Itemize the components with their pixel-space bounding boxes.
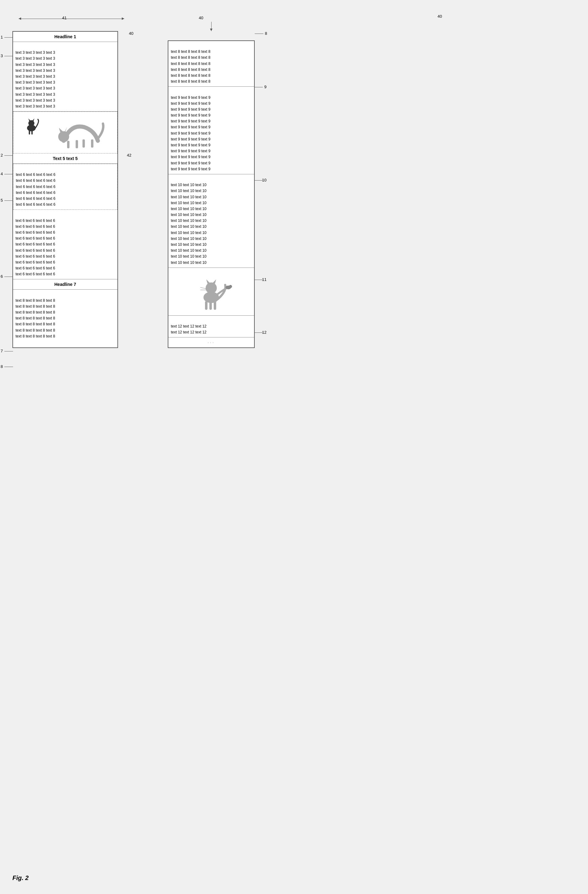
figure-label: Fig. 2 <box>12 874 29 882</box>
cat-image-right <box>168 268 254 316</box>
ref-label-5: 5 <box>1 198 3 202</box>
text10-section: text 10 text 10 text 10 text 10 text 10 … <box>168 174 254 268</box>
image-section <box>13 112 118 154</box>
ref-line-4 <box>5 174 13 174</box>
left-column: 1 Headline 1 3 text 3 text 3 text 3 text… <box>12 31 118 348</box>
text8-right: text 8 text 8 text 8 text 8 text 8 text … <box>168 41 254 87</box>
ref-label-4: 4 <box>1 172 3 176</box>
svg-marker-15 <box>206 279 210 284</box>
svg-rect-11 <box>83 139 85 148</box>
svg-marker-16 <box>213 279 216 284</box>
svg-rect-5 <box>32 130 33 134</box>
text6-lower: text 6 text 6 text 6 text 6 text 6 text … <box>13 210 118 279</box>
svg-rect-10 <box>76 140 78 148</box>
ref-line-3 <box>5 56 13 56</box>
ref-label-7: 7 <box>1 349 3 353</box>
svg-point-14 <box>206 282 217 294</box>
cats-image <box>14 112 113 152</box>
text6-upper-box: text 6 text 6 text 6 text 6 text 6 text … <box>13 164 118 210</box>
svg-point-1 <box>28 120 35 127</box>
ref-40-left: 40 <box>438 14 442 19</box>
ref-line-6 <box>5 276 13 277</box>
headline-7: Headline 7 <box>13 279 118 290</box>
dimension-label-41: 41 <box>62 15 66 20</box>
ref-line-1 <box>5 37 13 38</box>
ref-40-label: 40 <box>129 31 133 36</box>
ref-line-8-left <box>5 367 13 367</box>
text6-upper: text 6 text 6 text 6 text 6 text 6 text … <box>14 164 117 210</box>
cat-svg-right <box>183 271 239 311</box>
page-container: 41 40 1 Headline 1 3 text 3 text 3 text … <box>12 12 576 348</box>
ref-label-6: 6 <box>1 274 3 279</box>
ref-8-right: 8 <box>265 31 267 36</box>
ref-40-right: 40 <box>199 15 203 20</box>
svg-rect-18 <box>210 301 212 310</box>
text3-section: text 3 text 3 text 3 text 3 text 3 text … <box>13 42 118 112</box>
svg-rect-17 <box>205 301 208 310</box>
text12-section: text 12 text 12 text 12 text 12 text 12 … <box>168 316 254 338</box>
ref-label-9: 9 <box>264 85 267 89</box>
text5-headline: Text 5 text 5 <box>13 154 118 164</box>
ref-label-2: 2 <box>1 153 3 157</box>
svg-marker-3 <box>32 118 35 121</box>
ref-line-10 <box>254 180 263 181</box>
svg-rect-9 <box>67 141 69 148</box>
ref-line-8-right <box>255 33 264 34</box>
svg-marker-7 <box>59 128 63 132</box>
svg-point-6 <box>58 131 69 142</box>
svg-line-22 <box>201 287 206 289</box>
ref-label-3: 3 <box>1 53 3 58</box>
svg-point-21 <box>229 285 232 288</box>
svg-rect-4 <box>29 130 30 134</box>
headline-1: Headline 1 <box>13 32 118 42</box>
svg-rect-19 <box>214 301 216 310</box>
text8-left: text 8 text 8 text 8 text 8 text 8 text … <box>13 290 118 341</box>
text9-section: text 9 text 9 text 9 text 9 text 9 text … <box>168 87 254 174</box>
ref-line-7 <box>5 351 13 352</box>
ref-line-12 <box>254 332 263 333</box>
svg-marker-2 <box>28 118 30 121</box>
ref-label-1: 1 <box>1 35 3 39</box>
scrollbar-dots: ··· <box>168 337 254 347</box>
ref-label-8-left: 8 <box>1 364 3 369</box>
svg-rect-12 <box>91 139 93 148</box>
right-column: text 8 text 8 text 8 text 8 text 8 text … <box>168 41 255 348</box>
right-column-wrapper: 40 8 text 8 text 8 text 8 text 8 text 8 … <box>168 31 255 348</box>
ref-label-42: 42 <box>127 153 131 157</box>
